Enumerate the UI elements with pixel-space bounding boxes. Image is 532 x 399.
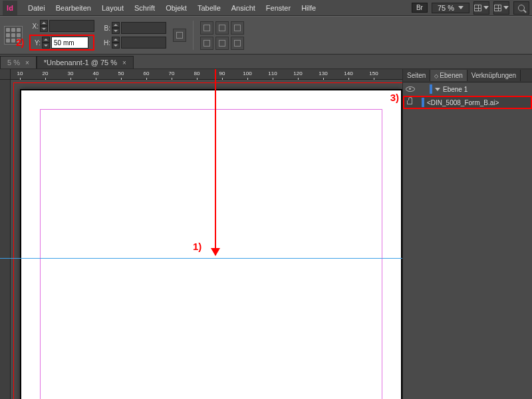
annotation-1: 1) xyxy=(193,241,201,252)
zoom-level[interactable]: 75 % xyxy=(432,3,469,13)
search-icon xyxy=(518,5,525,11)
chevron-down-icon xyxy=(483,6,489,9)
ruler-tick: 20 xyxy=(39,70,52,76)
grid-icon xyxy=(494,5,501,11)
tab-active-label: *Unbenannt-1 @ 75 % xyxy=(44,59,117,66)
panel-tabs: Seiten ◇Ebenen Verknüpfungen xyxy=(403,69,532,82)
ruler-tick: 150 xyxy=(367,70,380,76)
layer-row-child[interactable]: <DIN_5008_Form_B.ai> xyxy=(403,96,532,109)
x-input[interactable] xyxy=(49,20,94,32)
ruler-tick: 50 xyxy=(114,70,128,76)
canvas-area[interactable]: 10 20 30 40 50 60 70 80 90 100 110 120 1… xyxy=(0,69,402,399)
align-icon-2[interactable] xyxy=(215,21,229,35)
layer-item-name: <DIN_5008_Form_B.ai> xyxy=(427,99,499,106)
menu-tabelle[interactable]: Tabelle xyxy=(192,4,226,12)
vertical-ruler[interactable] xyxy=(0,80,11,399)
tab-left-label: 5 % xyxy=(7,59,20,66)
layer-color-chip xyxy=(430,84,432,94)
ruler-tick: 100 xyxy=(241,70,254,76)
panel-tab-verknuepfungen[interactable]: Verknüpfungen xyxy=(467,70,521,81)
x-label: X: xyxy=(29,23,39,30)
grid-icon xyxy=(474,5,481,11)
align-icon-1[interactable] xyxy=(200,21,213,35)
menu-fenster[interactable]: Fenster xyxy=(261,4,296,12)
y-spinner[interactable] xyxy=(42,37,50,49)
close-icon[interactable]: × xyxy=(122,59,126,66)
menu-layout[interactable]: Layout xyxy=(96,4,129,12)
panel-tab-ebenen[interactable]: ◇Ebenen xyxy=(430,70,467,81)
y-label: Y: xyxy=(31,39,41,47)
arrange-button[interactable] xyxy=(493,1,509,15)
annotation-arrow xyxy=(215,69,216,255)
layer-row-parent[interactable]: Ebene 1 xyxy=(403,82,532,96)
layer-color-chip xyxy=(422,98,424,107)
doc-tab-active[interactable]: *Unbenannt-1 @ 75 % × xyxy=(37,56,134,68)
align-icon-5[interactable] xyxy=(215,37,229,50)
chevron-down-icon xyxy=(458,6,464,9)
ruler-tick: 60 xyxy=(140,70,153,76)
h-label: H: xyxy=(101,39,110,47)
ruler-tick: 130 xyxy=(317,70,330,76)
chevron-down-icon xyxy=(503,6,509,9)
layer-name: Ebene 1 xyxy=(443,86,467,93)
visibility-icon[interactable] xyxy=(406,86,415,92)
ruler-tick: 90 xyxy=(215,70,229,76)
h-spinner[interactable] xyxy=(112,37,120,49)
horizontal-guide[interactable] xyxy=(0,258,402,259)
zoom-value: 75 % xyxy=(438,4,454,12)
lock-icon[interactable] xyxy=(407,100,412,104)
ruler-origin[interactable] xyxy=(0,69,11,80)
menu-bearbeiten[interactable]: Bearbeiten xyxy=(51,4,96,12)
w-label: B: xyxy=(101,25,110,32)
bridge-button[interactable]: Br xyxy=(412,3,428,13)
menu-ansicht[interactable]: Ansicht xyxy=(226,4,261,12)
ruler-tick: 80 xyxy=(190,70,203,76)
right-panels: Seiten ◇Ebenen Verknüpfungen Ebene 1 <DI… xyxy=(402,69,532,399)
align-icon-6[interactable] xyxy=(231,37,244,50)
annotation-3: 3) xyxy=(390,92,399,103)
x-spinner[interactable] xyxy=(40,20,48,32)
h-input[interactable] xyxy=(121,37,166,49)
menu-objekt[interactable]: Objekt xyxy=(160,4,192,12)
doc-tab-left[interactable]: 5 % × xyxy=(0,56,37,68)
document-tab-bar: 5 % × *Unbenannt-1 @ 75 % × xyxy=(0,55,532,69)
ruler-tick: 140 xyxy=(342,70,355,76)
ruler-tick: 10 xyxy=(13,70,27,76)
horizontal-ruler[interactable]: 10 20 30 40 50 60 70 80 90 100 110 120 1… xyxy=(0,69,402,80)
y-input[interactable] xyxy=(51,37,88,49)
app-icon: Id xyxy=(3,1,17,15)
menu-schrift[interactable]: Schrift xyxy=(129,4,160,12)
ruler-tick: 110 xyxy=(266,70,279,76)
w-input[interactable] xyxy=(121,22,166,34)
close-icon[interactable]: × xyxy=(25,59,29,66)
screen-mode-button[interactable] xyxy=(473,1,489,15)
menu-datei[interactable]: Datei xyxy=(23,4,51,12)
align-icon-3[interactable] xyxy=(231,21,244,35)
align-icon-4[interactable] xyxy=(200,37,213,50)
w-spinner[interactable] xyxy=(112,22,120,34)
document-page[interactable] xyxy=(20,89,402,399)
menu-bar: Id Datei Bearbeiten Layout Schrift Objek… xyxy=(0,0,532,16)
ruler-tick: 40 xyxy=(89,70,102,76)
constrain-icon[interactable] xyxy=(173,29,186,42)
search-button[interactable] xyxy=(513,1,529,15)
panel-tab-seiten[interactable]: Seiten xyxy=(403,70,430,81)
disclosure-triangle-icon[interactable] xyxy=(435,88,440,91)
workspace: 10 20 30 40 50 60 70 80 90 100 110 120 1… xyxy=(0,69,532,399)
ruler-tick: 70 xyxy=(165,70,178,76)
control-bar: X: 2) Y: B: H: xyxy=(0,16,532,55)
ruler-tick: 120 xyxy=(291,70,305,76)
annotation-2: 2) xyxy=(16,37,24,48)
menu-hilfe[interactable]: Hilfe xyxy=(296,4,321,12)
ruler-tick: 30 xyxy=(64,70,77,76)
